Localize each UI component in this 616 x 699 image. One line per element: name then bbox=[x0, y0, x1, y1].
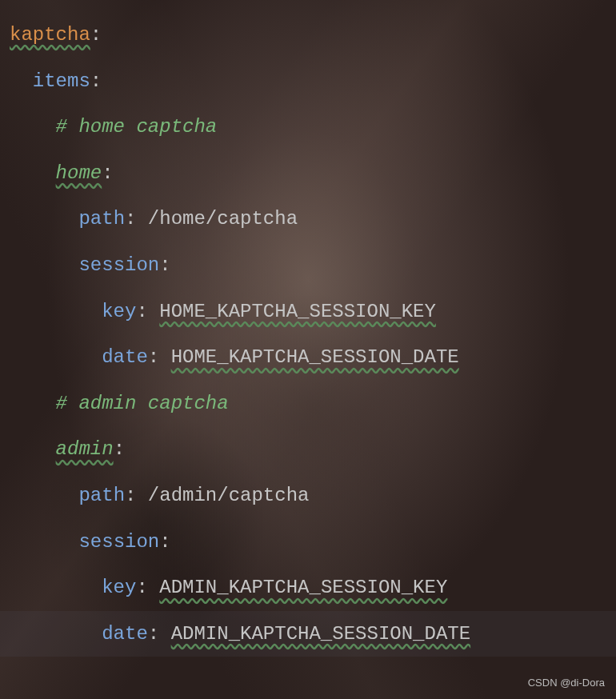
yaml-value: /admin/captcha bbox=[148, 485, 310, 506]
yaml-key: path bbox=[78, 208, 125, 230]
yaml-comment: # home captcha bbox=[56, 116, 218, 138]
code-line: key: ADMIN_KAPTCHA_SESSION_KEY bbox=[10, 565, 606, 611]
code-line: home: bbox=[10, 150, 606, 197]
yaml-key: admin bbox=[56, 438, 114, 460]
yaml-value: HOME_KAPTCHA_SESSION_KEY bbox=[159, 301, 436, 322]
code-line: path: /home/captcha bbox=[10, 196, 606, 242]
code-line: path: /admin/captcha bbox=[10, 473, 606, 519]
yaml-value: ADMIN_KAPTCHA_SESSION_KEY bbox=[159, 577, 447, 598]
colon: : bbox=[114, 438, 125, 460]
colon: : bbox=[148, 346, 171, 368]
yaml-key: kaptcha bbox=[10, 24, 90, 46]
colon: : bbox=[90, 24, 102, 46]
code-line: admin: bbox=[10, 426, 606, 473]
yaml-key: date bbox=[102, 623, 148, 645]
watermark: CSDN @di-Dora bbox=[528, 677, 605, 688]
colon: : bbox=[125, 208, 148, 230]
colon: : bbox=[136, 577, 159, 598]
yaml-key: home bbox=[56, 162, 102, 184]
colon: : bbox=[102, 162, 113, 184]
colon: : bbox=[148, 623, 171, 645]
code-line: # home captcha bbox=[10, 104, 606, 150]
yaml-key: date bbox=[102, 346, 148, 368]
colon: : bbox=[125, 485, 148, 506]
code-line: items: bbox=[10, 58, 606, 105]
yaml-comment: # admin captcha bbox=[56, 393, 229, 414]
code-line: session: bbox=[10, 519, 606, 565]
code-line: session: bbox=[10, 242, 606, 289]
code-line: kaptcha: bbox=[10, 12, 606, 58]
yaml-key: key bbox=[102, 577, 136, 598]
yaml-value: HOME_KAPTCHA_SESSION_DATE bbox=[171, 346, 459, 368]
yaml-value: ADMIN_KAPTCHA_SESSION_DATE bbox=[171, 623, 470, 645]
yaml-key: key bbox=[102, 301, 136, 322]
colon: : bbox=[136, 301, 159, 322]
colon: : bbox=[159, 254, 170, 276]
code-block: kaptcha: items: # home captcha home: pat… bbox=[10, 12, 606, 657]
code-line: date: HOME_KAPTCHA_SESSION_DATE bbox=[10, 334, 606, 381]
code-line: # admin captcha bbox=[10, 381, 606, 427]
yaml-key: session bbox=[78, 531, 159, 553]
yaml-value: /home/captcha bbox=[148, 208, 298, 230]
colon: : bbox=[90, 70, 102, 92]
code-line: date: ADMIN_KAPTCHA_SESSION_DATE bbox=[0, 611, 616, 657]
yaml-key: items bbox=[33, 70, 90, 92]
yaml-key: session bbox=[78, 254, 159, 276]
code-line: key: HOME_KAPTCHA_SESSION_KEY bbox=[10, 289, 606, 335]
yaml-key: path bbox=[78, 485, 125, 506]
colon: : bbox=[159, 531, 170, 553]
